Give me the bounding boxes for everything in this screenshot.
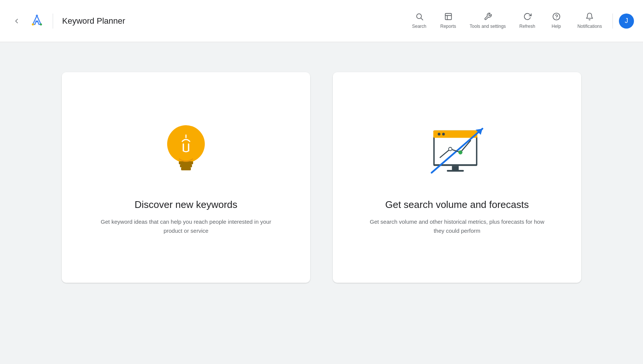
nav-item-tools[interactable]: Tools and settings — [464, 9, 512, 33]
search-icon — [415, 12, 424, 22]
svg-point-3 — [32, 23, 34, 25]
discover-keywords-title: Discover new keywords — [134, 199, 237, 211]
nav-item-refresh[interactable]: Refresh — [513, 9, 541, 33]
google-ads-logo — [30, 14, 44, 28]
nav-right-divider — [613, 14, 613, 29]
nav-tools-label: Tools and settings — [470, 24, 506, 30]
header-divider — [53, 14, 53, 29]
svg-rect-25 — [447, 170, 464, 172]
header-left: Keyword Planner — [9, 14, 406, 29]
search-volume-title: Get search volume and forecasts — [385, 199, 529, 211]
avatar[interactable]: J — [619, 14, 634, 29]
svg-point-28 — [449, 147, 452, 150]
nav-reports-label: Reports — [440, 24, 456, 30]
tools-icon — [484, 12, 492, 22]
back-button[interactable] — [9, 14, 24, 29]
svg-point-29 — [459, 150, 463, 154]
svg-line-6 — [421, 18, 423, 20]
main-content: Discover new keywords Get keyword ideas … — [0, 42, 643, 364]
nav-item-search[interactable]: Search — [406, 9, 433, 33]
svg-rect-24 — [452, 166, 459, 170]
nav-help-label: Help — [552, 24, 561, 30]
refresh-icon — [523, 12, 532, 22]
nav-item-reports[interactable]: Reports — [434, 9, 462, 33]
lightbulb-illustration — [152, 116, 220, 184]
nav-item-notifications[interactable]: Notifications — [571, 9, 608, 33]
svg-point-22 — [438, 133, 440, 135]
bell-icon — [585, 12, 594, 22]
search-volume-card[interactable]: Get search volume and forecasts Get sear… — [333, 72, 581, 283]
search-volume-description: Get search volume and other historical m… — [367, 217, 547, 235]
nav-item-help[interactable]: Help — [543, 9, 570, 33]
svg-point-23 — [442, 133, 445, 135]
svg-rect-18 — [181, 167, 191, 170]
svg-point-12 — [167, 125, 205, 163]
app-header: Keyword Planner Search Reports — [0, 0, 643, 42]
svg-rect-17 — [180, 164, 192, 167]
reports-icon — [444, 12, 453, 22]
top-nav: Search Reports Tools and settings — [406, 9, 634, 33]
svg-rect-7 — [445, 13, 451, 20]
nav-notifications-label: Notifications — [577, 24, 602, 30]
chart-illustration — [423, 116, 491, 184]
svg-marker-0 — [33, 15, 41, 24]
discover-keywords-description: Get keyword ideas that can help you reac… — [96, 217, 276, 235]
page-title: Keyword Planner — [62, 16, 125, 26]
nav-search-label: Search — [412, 24, 426, 30]
discover-keywords-card[interactable]: Discover new keywords Get keyword ideas … — [62, 72, 310, 283]
svg-point-2 — [36, 14, 38, 16]
svg-point-4 — [40, 23, 42, 25]
nav-refresh-label: Refresh — [520, 24, 535, 30]
help-icon — [552, 12, 561, 22]
